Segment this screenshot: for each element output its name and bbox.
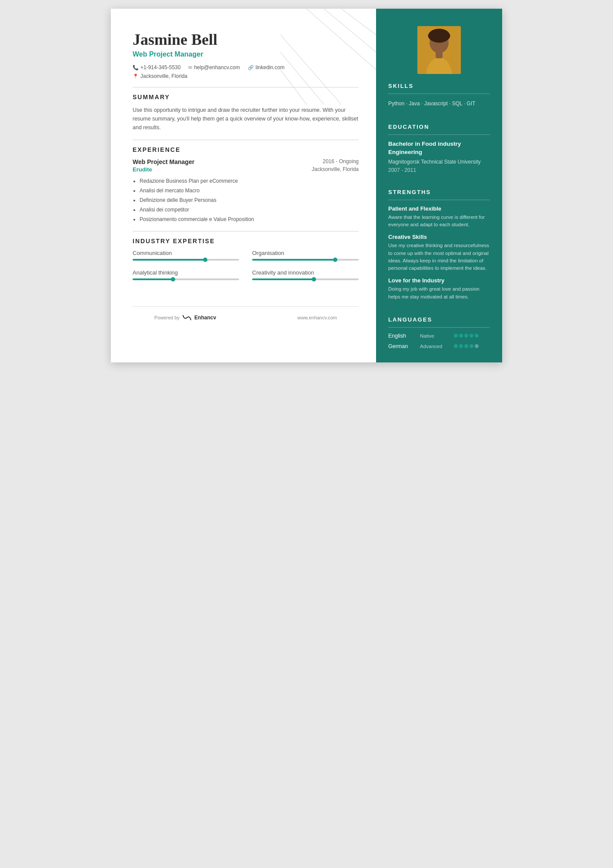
dot-g2 bbox=[459, 344, 463, 348]
photo-area bbox=[376, 9, 502, 83]
language-german-row: German Advanced bbox=[388, 343, 490, 349]
exp-bullet-2: Analisi del mercato Macro bbox=[140, 187, 359, 194]
language-english-name: English bbox=[388, 333, 416, 339]
languages-section: LANGUAGES English Native German Advanced bbox=[376, 316, 502, 362]
dot-3 bbox=[464, 334, 468, 338]
exp-company: Erudite bbox=[133, 166, 152, 173]
skills-text: Python · Java · Javascript · SQL · GIT bbox=[388, 99, 490, 108]
phone-icon: 📞 bbox=[133, 65, 139, 70]
dot-5 bbox=[475, 334, 479, 338]
expertise-analytical: Analytical thinking bbox=[133, 269, 239, 280]
strengths-section: STRENGTHS Patient and Flexible Aware tha… bbox=[376, 189, 502, 309]
progress-fill-organisation bbox=[252, 259, 335, 261]
expertise-divider bbox=[133, 231, 359, 231]
progress-fill-analytical bbox=[133, 278, 173, 280]
powered-by-label: Powered by bbox=[154, 315, 180, 320]
progress-fill-creativity bbox=[252, 278, 314, 280]
exp-bullet-4: Analisi dei competitor bbox=[140, 206, 359, 214]
dot-4 bbox=[470, 334, 473, 338]
exp-bullets-list: Redazione Business Plan per eCommerce An… bbox=[133, 177, 359, 223]
job-title: Web Project Manager bbox=[133, 50, 359, 58]
language-german-level: Advanced bbox=[420, 344, 450, 349]
education-degree: Bachelor in Food industry Engineering bbox=[388, 140, 490, 157]
phone-contact: 📞 +1-914-345-5530 bbox=[133, 64, 180, 70]
strength-title-3: Love for the Industry bbox=[388, 277, 490, 284]
education-divider bbox=[388, 134, 490, 135]
experience-title: EXPERIENCE bbox=[133, 146, 359, 153]
email-contact: ✉ help@enhancv.com bbox=[188, 64, 240, 70]
skills-title: SKILLS bbox=[388, 83, 490, 89]
link-icon: 🔗 bbox=[248, 65, 254, 70]
languages-title: LANGUAGES bbox=[388, 316, 490, 323]
exp-role: Web Project Manager bbox=[133, 158, 194, 165]
language-english-row: English Native bbox=[388, 333, 490, 339]
strength-text-1: Aware that the learning curve is differe… bbox=[388, 214, 490, 229]
svg-rect-9 bbox=[436, 51, 443, 58]
exp-bullet-5: Posizionamento commerciale e Value Propo… bbox=[140, 215, 359, 223]
expertise-label-organisation: Organisation bbox=[252, 250, 359, 256]
strengths-divider bbox=[388, 200, 490, 200]
skills-divider bbox=[388, 94, 490, 94]
education-section: EDUCATION Bachelor in Food industry Engi… bbox=[376, 124, 502, 182]
dot-2 bbox=[459, 334, 463, 338]
phone-value: +1-914-345-5530 bbox=[140, 64, 180, 70]
language-german-name: German bbox=[388, 343, 416, 349]
dot-g4 bbox=[470, 344, 473, 348]
strength-text-3: Doing my job with great love and passion… bbox=[388, 285, 490, 301]
expertise-creativity: Creativity and innovation bbox=[252, 269, 359, 280]
progress-bar-analytical bbox=[133, 278, 239, 280]
brand-name: Enhancv bbox=[194, 315, 216, 321]
expertise-label-communication: Communication bbox=[133, 250, 239, 256]
location-value: Jacksonville, Florida bbox=[140, 73, 187, 79]
progress-dot-organisation bbox=[333, 258, 337, 262]
expertise-communication: Communication bbox=[133, 250, 239, 261]
location-icon: 📍 bbox=[133, 74, 139, 79]
expertise-grid: Communication Organisation Analytical th… bbox=[133, 250, 359, 280]
summary-text: Use this opportunity to intrigue and dra… bbox=[133, 106, 359, 132]
svg-line-5 bbox=[280, 70, 306, 104]
expertise-label-creativity: Creativity and innovation bbox=[252, 269, 359, 276]
dot-g5 bbox=[475, 344, 479, 348]
skills-section: SKILLS Python · Java · Javascript · SQL … bbox=[376, 83, 502, 117]
left-column: Jasmine Bell Web Project Manager 📞 +1-91… bbox=[111, 9, 376, 362]
dot-1 bbox=[454, 334, 458, 338]
language-english-level: Native bbox=[420, 333, 450, 338]
exp-bullet-1: Redazione Business Plan per eCommerce bbox=[140, 177, 359, 185]
languages-divider bbox=[388, 327, 490, 328]
location-contact: 📍 Jacksonville, Florida bbox=[133, 73, 187, 79]
education-school: Magnitogorsk Technical State University bbox=[388, 158, 490, 166]
footer-brand: Powered by Enhancv bbox=[154, 315, 216, 321]
strength-title-1: Patient and Flexible bbox=[388, 205, 490, 212]
education-years: 2007 - 2011 bbox=[388, 167, 490, 173]
email-value: help@enhancv.com bbox=[194, 64, 240, 70]
person-silhouette bbox=[417, 26, 461, 74]
experience-divider bbox=[133, 140, 359, 140]
progress-bar-organisation bbox=[252, 259, 359, 261]
strengths-title: STRENGTHS bbox=[388, 189, 490, 195]
dot-g1 bbox=[454, 344, 458, 348]
education-title: EDUCATION bbox=[388, 124, 490, 130]
exp-bullet-3: Definizione delle Buyer Personas bbox=[140, 196, 359, 204]
exp-header-row: Web Project Manager 2016 - Ongoing bbox=[133, 158, 359, 165]
exp-location: Jacksonville, Florida bbox=[312, 166, 359, 172]
expertise-label-analytical: Analytical thinking bbox=[133, 269, 239, 276]
progress-bar-creativity bbox=[252, 278, 359, 280]
profile-photo bbox=[417, 26, 461, 74]
language-english-dots bbox=[454, 334, 479, 338]
right-column: SKILLS Python · Java · Javascript · SQL … bbox=[376, 9, 502, 362]
expertise-organisation: Organisation bbox=[252, 250, 359, 261]
resume-page: Jasmine Bell Web Project Manager 📞 +1-91… bbox=[111, 9, 502, 362]
strength-title-2: Creative Skills bbox=[388, 234, 490, 240]
progress-bar-communication bbox=[133, 259, 239, 261]
language-german-dots bbox=[454, 344, 479, 348]
enhancv-logo-icon bbox=[182, 315, 192, 321]
strength-text-2: Use my creative thinking and resourceful… bbox=[388, 242, 490, 272]
progress-dot-communication bbox=[203, 258, 207, 262]
email-icon: ✉ bbox=[188, 65, 192, 70]
website-contact: 🔗 linkedin.com bbox=[248, 64, 285, 70]
footer-website: www.enhancv.com bbox=[297, 315, 337, 320]
expertise-title: INDUSTRY EXPERTISE bbox=[133, 238, 359, 245]
candidate-name: Jasmine Bell bbox=[133, 30, 359, 49]
exp-date: 2016 - Ongoing bbox=[323, 158, 359, 164]
photo-placeholder bbox=[417, 26, 461, 74]
